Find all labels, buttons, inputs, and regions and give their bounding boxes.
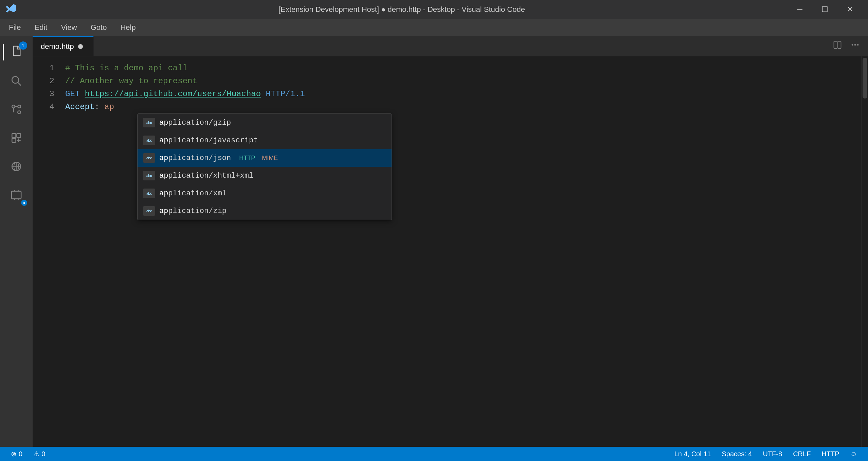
ac-text-javascript: application/javascript [159, 136, 258, 145]
language-text: HTTP [821, 450, 839, 458]
status-line-ending[interactable]: CRLF [788, 450, 816, 458]
split-editor-button[interactable] [830, 39, 845, 54]
code-line-3: GET https://api.github.com/users/Huachao… [65, 88, 861, 101]
ac-item-javascript[interactable]: abc application/javascript [138, 131, 392, 149]
menu-edit[interactable]: Edit [28, 21, 53, 34]
ac-icon-zip: abc [143, 206, 155, 216]
code-url: https://api.github.com/users/Huachao [85, 88, 261, 101]
activity-extensions[interactable] [3, 124, 30, 152]
line-ending-text: CRLF [793, 450, 811, 458]
vscode-icon [5, 3, 16, 16]
code-comment-2: // Another way to represent [65, 75, 197, 88]
warning-count: 0 [41, 450, 45, 458]
minimize-button[interactable]: ─ [787, 0, 812, 19]
error-count: 0 [19, 450, 22, 458]
code-line-2: // Another way to represent [65, 75, 861, 88]
line-num-4: 4 [33, 101, 54, 113]
code-line-4: Accept: ap [65, 101, 861, 113]
ac-text-xml: application/xml [159, 189, 227, 198]
ac-icon-javascript: abc [143, 136, 155, 145]
activity-source-control[interactable] [3, 96, 30, 123]
tab-modified-indicator [78, 44, 83, 49]
editor-content[interactable]: 1 2 3 4 # This is a demo api call // Ano… [33, 56, 868, 447]
line-numbers: 1 2 3 4 [33, 56, 60, 447]
status-right: Ln 4, Col 11 Spaces: 4 UTF-8 CRLF HTTP ☺ [669, 450, 863, 458]
status-warnings[interactable]: ⚠ 0 [28, 450, 51, 458]
line-num-1: 1 [33, 62, 54, 75]
code-header-val: ap [104, 101, 114, 113]
status-spaces[interactable]: Spaces: 4 [717, 450, 758, 458]
menu-view[interactable]: View [55, 21, 83, 34]
ac-text-zip: application/zip [159, 207, 227, 215]
status-bar: ⊗ 0 ⚠ 0 Ln 4, Col 11 Spaces: 4 UTF-8 CRL… [0, 447, 868, 461]
ac-badge-http: HTTP [239, 155, 255, 162]
code-editor[interactable]: # This is a demo api call // Another way… [60, 56, 861, 447]
autocomplete-dropdown[interactable]: abc application/gzip abc application/jav… [137, 113, 392, 220]
menu-goto[interactable]: Goto [85, 21, 113, 34]
svg-point-13 [854, 44, 856, 46]
scrollbar-thumb[interactable] [863, 58, 867, 99]
feedback-icon: ☺ [850, 450, 857, 458]
title-bar: [Extension Development Host] ● demo.http… [0, 0, 868, 19]
svg-rect-4 [12, 134, 16, 137]
svg-rect-5 [17, 134, 20, 137]
code-comment-1: # This is a demo api call [65, 62, 187, 75]
ac-icon-xhtml: abc [143, 171, 155, 180]
status-cursor-position[interactable]: Ln 4, Col 11 [669, 450, 717, 458]
svg-rect-9 [12, 191, 21, 199]
ac-item-xml[interactable]: abc application/xml [138, 184, 392, 202]
activity-remote[interactable] [3, 153, 30, 180]
window-controls: ─ ☐ ✕ [787, 0, 863, 19]
tab-actions [830, 36, 868, 56]
spaces-text: Spaces: 4 [722, 450, 752, 458]
ac-item-xhtml[interactable]: abc application/xhtml+xml [138, 167, 392, 184]
code-line-1: # This is a demo api call [65, 62, 861, 75]
menu-help[interactable]: Help [114, 21, 142, 34]
ac-icon-xml: abc [143, 189, 155, 198]
svg-rect-6 [12, 138, 16, 142]
ac-text-gzip: application/gzip [159, 119, 231, 127]
code-colon: : [94, 101, 104, 113]
more-actions-button[interactable] [848, 39, 863, 54]
status-left: ⊗ 0 ⚠ 0 [5, 450, 51, 458]
activity-watch[interactable]: ● [3, 181, 30, 209]
warning-icon: ⚠ [33, 450, 39, 458]
ac-icon-json: abc [143, 153, 155, 163]
activity-explorer[interactable]: 1 [3, 39, 30, 66]
ac-text-json: application/json [159, 154, 231, 162]
svg-point-12 [852, 44, 853, 46]
code-http [261, 88, 266, 101]
ac-item-zip[interactable]: abc application/zip [138, 202, 392, 220]
svg-point-2 [18, 111, 21, 114]
line-num-2: 2 [33, 75, 54, 88]
line-num-3: 3 [33, 88, 54, 101]
notification-badge: 1 [19, 41, 27, 50]
status-feedback[interactable]: ☺ [845, 450, 863, 458]
tab-filename: demo.http [41, 42, 74, 51]
svg-point-1 [12, 105, 15, 108]
activity-bar: 1 [0, 36, 33, 447]
close-button[interactable]: ✕ [837, 0, 863, 19]
editor-area: demo.http [33, 36, 868, 447]
ac-item-gzip[interactable]: abc application/gzip [138, 114, 392, 131]
vertical-scrollbar[interactable] [861, 56, 868, 447]
status-encoding[interactable]: UTF-8 [757, 450, 788, 458]
cursor-position-text: Ln 4, Col 11 [674, 450, 711, 458]
menu-bar: File Edit View Goto Help [0, 19, 868, 36]
ac-item-json[interactable]: abc application/json HTTP MIME [138, 149, 392, 167]
tab-demo-http[interactable]: demo.http [33, 36, 94, 56]
status-errors[interactable]: ⊗ 0 [5, 450, 28, 458]
svg-point-3 [18, 105, 21, 108]
svg-rect-11 [838, 41, 841, 48]
activity-search[interactable] [3, 67, 30, 94]
maximize-button[interactable]: ☐ [812, 0, 837, 19]
error-icon: ⊗ [11, 450, 17, 458]
status-language[interactable]: HTTP [816, 450, 845, 458]
encoding-text: UTF-8 [763, 450, 782, 458]
svg-rect-10 [834, 41, 837, 48]
menu-file[interactable]: File [3, 21, 27, 34]
code-method: GET [65, 88, 85, 101]
window-title: [Extension Development Host] ● demo.http… [20, 5, 783, 14]
ac-badge-mime: MIME [262, 155, 278, 162]
svg-point-14 [857, 44, 859, 46]
